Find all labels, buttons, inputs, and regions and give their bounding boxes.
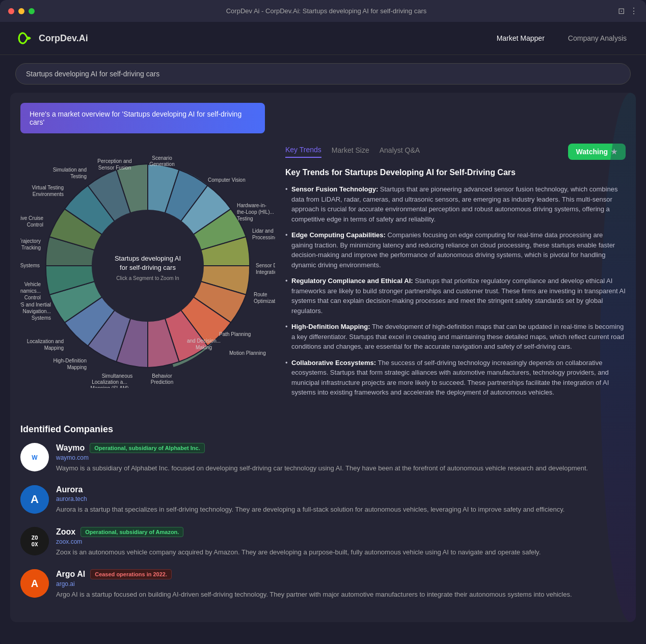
argo-logo: A <box>20 569 49 598</box>
label-route1: Route <box>254 292 267 297</box>
waymo-info: Waymo Operational, subsidiary of Alphabe… <box>56 443 626 473</box>
zoox-logo: ZO OX <box>20 527 49 555</box>
waymo-url[interactable]: waymo.com <box>56 454 626 461</box>
argo-info: Argo AI Ceased operations in 2022. argo.… <box>56 569 626 600</box>
company-item-waymo: W Waymo Operational, subsidiary of Alpha… <box>20 443 626 473</box>
company-item-aurora: A Aurora aurora.tech Aurora is a startup… <box>20 485 626 515</box>
argo-url[interactable]: argo.ai <box>56 580 626 587</box>
label-hdmap2: Mapping <box>67 365 87 370</box>
watching-label: Watching <box>576 148 608 156</box>
tab-market-size[interactable]: Market Size <box>332 146 369 157</box>
label-route2: Optimization <box>254 298 275 304</box>
label-path1: Path Planning <box>219 331 251 337</box>
zoox-info: Zoox Operational, subsidiary of Amazon. … <box>56 527 626 557</box>
search-bar[interactable]: Startups developing AI for self-driving … <box>15 63 631 85</box>
label-slam1: Simultaneous <box>102 373 133 379</box>
share-icon[interactable]: ⊡ <box>618 6 625 16</box>
label-perc2: Sensor Fusion <box>98 165 131 171</box>
label-traj2: Tracking <box>21 245 41 250</box>
nav-company-analysis[interactable]: Company Analysis <box>564 32 631 44</box>
label-hil3: Testing <box>237 216 253 221</box>
nav-links: Market Mapper Company Analysis <box>493 32 631 44</box>
label-localmap1: Localization and <box>27 339 64 344</box>
label-path2: and Decision... <box>187 338 221 344</box>
chart-center-sub: Click a Segment to Zoom In <box>116 275 179 281</box>
svg-text:A: A <box>31 578 38 589</box>
chart-center-text2: for self-driving cars <box>120 264 176 271</box>
label-slam2: Localization a... <box>92 379 127 385</box>
label-vte1: Virtual Testing <box>32 185 64 190</box>
zoox-url[interactable]: zoox.com <box>56 538 626 545</box>
argo-desc: Argo AI is a startup focused on building… <box>56 590 626 600</box>
companies-title: Identified Companies <box>20 424 626 435</box>
tab-key-trends[interactable]: Key Trends <box>285 146 321 158</box>
svg-text:A: A <box>31 493 39 506</box>
tabs-row: Key Trends Market Size Analyst Q&A Watch… <box>285 144 626 160</box>
label-scenario-gen: Scenario <box>152 155 172 161</box>
label-simtest1: Simulation and <box>53 167 87 173</box>
trend-item-sensor-fusion: Sensor Fusion Technology: Startups that … <box>285 184 626 224</box>
aurora-name-row: Aurora <box>56 485 626 494</box>
aurora-desc: Aurora is a startup that specializes in … <box>56 505 626 515</box>
svg-text:OX: OX <box>31 541 38 548</box>
tab-analyst-qa[interactable]: Analyst Q&A <box>380 146 420 157</box>
trend-bold-sensor-fusion: Sensor Fusion Technology: <box>291 185 378 193</box>
argo-name: Argo AI <box>56 570 85 579</box>
traffic-lights <box>8 8 35 14</box>
label-scenario-gen2: Generation <box>149 161 174 167</box>
svg-text:W: W <box>32 454 38 461</box>
label-gps2: Navigation... <box>22 309 51 314</box>
zoox-name-row: Zoox Operational, subsidiary of Amazon. <box>56 527 626 537</box>
window-controls: ⊡ ⋮ <box>618 6 638 16</box>
nav-market-mapper[interactable]: Market Mapper <box>493 32 549 44</box>
maximize-button[interactable] <box>29 8 35 14</box>
chart-center-text: Startups developing AI <box>115 255 181 262</box>
aurora-url[interactable]: aurora.tech <box>56 495 626 502</box>
trend-list: Sensor Fusion Technology: Startups that … <box>285 184 626 398</box>
label-perc1: Perception and <box>97 158 131 164</box>
trend-item-edge-computing: Edge Computing Capabilities: Companies f… <box>285 230 626 270</box>
pie-chart-main[interactable]: Startups developing AI for self-driving … <box>20 144 275 388</box>
label-lidar1: Lidar and Radar <box>252 228 275 234</box>
right-panel: Key Trends Market Size Analyst Q&A Watch… <box>285 144 626 404</box>
label-path3: Making <box>196 345 212 350</box>
label-vd2: Dynamics... <box>20 288 41 294</box>
label-acc2: Control <box>27 222 43 228</box>
window-title: CorpDev Ai - CorpDev.Ai: Startups develo… <box>40 7 613 15</box>
trends-title: Key Trends for Startups Developing AI fo… <box>285 168 626 177</box>
argo-name-row: Argo AI Ceased operations in 2022. <box>56 569 626 579</box>
label-slam3: Mapping (SLAM) <box>90 385 128 388</box>
trend-bold-regulatory: Regulatory Compliance and Ethical AI: <box>291 277 413 285</box>
label-hil1: Hardware-in- <box>237 203 266 208</box>
aurora-name: Aurora <box>56 485 83 494</box>
svg-text:ZO: ZO <box>31 535 38 541</box>
menu-icon[interactable]: ⋮ <box>630 6 638 16</box>
label-sensor-data1: Sensor Data <box>256 263 275 268</box>
aurora-logo: A <box>20 485 49 514</box>
watching-button[interactable]: Watching ★ <box>568 144 626 160</box>
trend-bold-collaborative: Collaborative Ecosystems: <box>291 359 376 367</box>
label-gps1: GPS and Inertial <box>20 302 51 307</box>
content-area: Startups developing AI for self-driving … <box>20 144 626 404</box>
label-lidar2: Processing <box>252 235 275 240</box>
label-vd3: Control <box>24 295 41 300</box>
logo-icon <box>15 29 34 47</box>
label-sensor-data2: Integration <box>256 269 275 275</box>
minimize-button[interactable] <box>18 8 24 14</box>
zoox-badge: Operational, subsidiary of Amazon. <box>80 527 183 537</box>
label-simtest2: Testing <box>70 174 87 179</box>
label-behavior1: Behavior <box>152 373 172 379</box>
label-vd1: Vehicle <box>24 282 41 287</box>
ai-message: Here's a market overview for 'Startups d… <box>20 103 265 133</box>
trend-bold-hdmap: High-Definition Mapping: <box>291 323 370 330</box>
companies-section: Identified Companies W Waymo Operational… <box>20 416 626 600</box>
company-item-zoox: ZO OX Zoox Operational, subsidiary of Am… <box>20 527 626 557</box>
label-behavior2: Prediction <box>151 379 173 385</box>
logo-area: CorpDev.Ai <box>15 29 88 47</box>
label-acc1: Adaptive Cruise <box>20 215 43 221</box>
label-motion: Motion Planning <box>229 350 266 356</box>
main-content: Here's a market overview for 'Startups d… <box>10 93 636 622</box>
close-button[interactable] <box>8 8 14 14</box>
trend-item-hd-mapping: High-Definition Mapping: The development… <box>285 322 626 352</box>
waymo-desc: Waymo is a subsidiary of Alphabet Inc. f… <box>56 463 626 473</box>
